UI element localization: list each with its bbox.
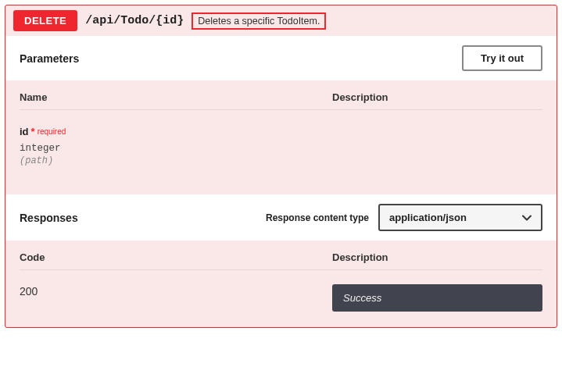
response-description: Success xyxy=(332,284,542,312)
responses-title: Responses xyxy=(20,212,78,224)
responses-body: Code Description 200 Success xyxy=(5,241,557,327)
response-content-type-value: application/json xyxy=(389,212,467,223)
responses-columns: Code Description xyxy=(20,251,542,270)
parameter-row: id*required integer (path) xyxy=(20,124,542,166)
parameters-body: Name Description id*required integer (pa… xyxy=(5,80,557,194)
chevron-down-icon xyxy=(522,215,532,221)
column-name: Name xyxy=(20,91,332,103)
responses-section-header: Responses Response content type applicat… xyxy=(5,194,557,241)
operation-header[interactable]: DELETE /api/Todo/{id} Deletes a specific… xyxy=(5,5,557,36)
operation-summary: Deletes a specific TodoItem. xyxy=(192,12,326,30)
param-in: (path) xyxy=(20,155,542,166)
response-content-type-select[interactable]: application/json xyxy=(378,204,542,231)
required-text: required xyxy=(38,127,66,136)
parameters-section-header: Parameters Try it out xyxy=(5,36,557,80)
operation-path: /api/Todo/{id} xyxy=(85,14,184,27)
parameters-title: Parameters xyxy=(20,52,79,65)
column-description: Description xyxy=(332,91,542,103)
param-type: integer xyxy=(20,143,542,154)
parameters-columns: Name Description xyxy=(20,91,542,110)
response-content-type-wrap: Response content type application/json xyxy=(266,204,542,231)
param-name: id xyxy=(20,126,29,137)
try-it-out-button[interactable]: Try it out xyxy=(462,45,542,71)
response-code: 200 xyxy=(20,285,38,298)
response-row: 200 Success xyxy=(20,284,542,312)
column-resp-description: Description xyxy=(332,251,542,263)
operation-panel: DELETE /api/Todo/{id} Deletes a specific… xyxy=(5,5,557,328)
http-method-badge: DELETE xyxy=(13,10,77,31)
required-star: * xyxy=(31,126,35,137)
column-code: Code xyxy=(20,251,332,263)
response-content-type-label: Response content type xyxy=(266,212,369,223)
